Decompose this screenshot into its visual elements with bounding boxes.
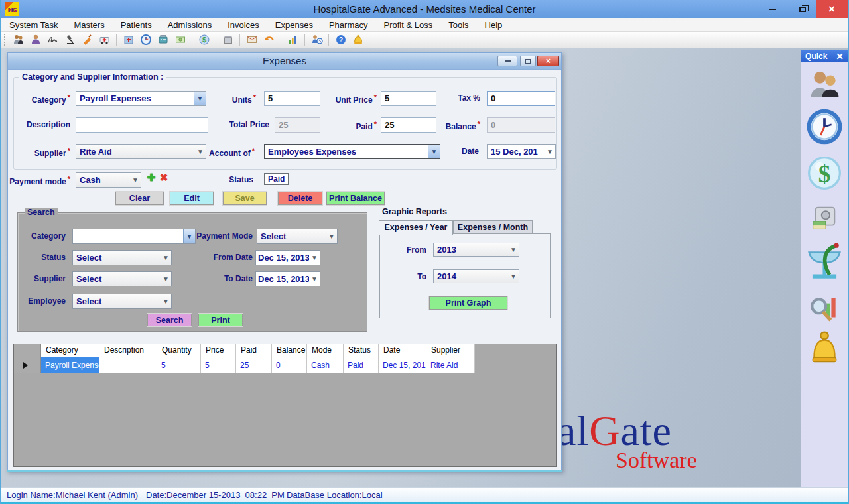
category-label: Category [28, 94, 70, 105]
graphic-reports-title: Graphic Reports [382, 207, 447, 216]
undo-icon[interactable] [262, 33, 276, 47]
graph-from-combobox[interactable]: 2013▼ [433, 243, 519, 257]
grid-data-row[interactable]: Payroll Expenses 5 5 25 0 Cash Paid Dec … [14, 357, 556, 373]
payment-mode-combobox[interactable]: Cash▼ [76, 172, 141, 188]
bell-icon[interactable] [351, 33, 365, 47]
dialog-title: Expenses [8, 53, 561, 69]
search-panel-title: Search [25, 208, 58, 217]
clear-button[interactable]: Clear [115, 192, 164, 205]
account-of-combobox[interactable]: Employees Expenses▼ [264, 144, 440, 159]
menu-patients[interactable]: Patients [121, 20, 152, 30]
close-button[interactable]: × [816, 0, 848, 18]
chart-icon[interactable] [286, 33, 300, 47]
microscope-icon[interactable] [63, 33, 77, 47]
restore-button[interactable] [791, 0, 815, 18]
chevron-down-icon: ▼ [508, 273, 519, 280]
delete-payment-mode-icon[interactable]: ✖ [159, 172, 169, 183]
expenses-dialog: Expenses × Category and Supplier Informa… [7, 52, 562, 472]
grid-header-row: Category Description Quantity Price Paid… [14, 344, 556, 357]
chevron-down-icon: ▼ [309, 275, 320, 283]
employee-icon[interactable] [29, 33, 42, 47]
expenses-grid: Category Description Quantity Price Paid… [13, 344, 557, 467]
add-payment-mode-icon[interactable]: ✚ [146, 172, 157, 183]
tax-input[interactable] [487, 91, 555, 106]
search-from-date-combobox[interactable]: Dec 15, 2013▼ [255, 250, 320, 265]
dialog-minimize-button[interactable] [497, 56, 517, 66]
patients-icon[interactable] [807, 67, 842, 105]
account-of-label: Account of [206, 147, 255, 158]
status-date: Date:December 15-2013 08:22 PM [146, 490, 285, 500]
units-input[interactable] [264, 91, 320, 106]
search-payment-mode-label: Payment Mode [188, 231, 253, 241]
print-balance-button[interactable]: Print Balance [326, 192, 385, 205]
unit-price-label: Unit Price [328, 94, 377, 105]
payment-icon[interactable] [173, 33, 187, 47]
safe-icon[interactable] [809, 204, 840, 237]
date-combobox[interactable]: 15 Dec, 201▼ [487, 144, 556, 159]
search-category-combobox[interactable]: ▼ [72, 229, 196, 244]
unit-price-input[interactable] [381, 91, 436, 106]
background-watermark: alGate Software [557, 407, 697, 473]
search-button[interactable]: Search [147, 314, 192, 326]
row-selector-cell[interactable] [14, 357, 41, 373]
hospital-icon[interactable] [121, 33, 135, 47]
dollar-icon[interactable]: $ [197, 33, 211, 47]
menu-help[interactable]: Help [485, 20, 503, 30]
injection-icon[interactable] [80, 33, 94, 47]
chevron-down-icon: ▼ [508, 246, 519, 253]
chevron-down-icon: ▼ [194, 92, 206, 105]
clock-icon[interactable] [139, 33, 153, 47]
medicine-box-icon[interactable] [221, 33, 235, 47]
delete-button[interactable]: Delete [278, 192, 322, 205]
quick-close-icon[interactable]: ✕ [836, 51, 844, 62]
search-print-button[interactable]: Print [198, 314, 243, 326]
print-graph-button[interactable]: Print Graph [429, 296, 507, 310]
description-input[interactable] [76, 117, 208, 133]
menu-admissions[interactable]: Admissions [168, 20, 212, 30]
billing-dollar-icon[interactable]: $ [806, 155, 843, 194]
search-supplier-combobox[interactable]: Select▼ [72, 271, 172, 286]
schedule-icon[interactable] [310, 33, 324, 47]
search-status-combobox[interactable]: Select▼ [72, 250, 172, 265]
search-employee-combobox[interactable]: Select▼ [72, 294, 172, 309]
mail-icon[interactable] [245, 33, 259, 47]
minimize-button[interactable] [761, 0, 783, 18]
menu-system-task[interactable]: System Task [9, 20, 58, 30]
pharmacy-icon[interactable] [804, 238, 845, 290]
graph-from-label: From [392, 245, 426, 255]
category-combobox[interactable]: Payroll Expenses▼ [76, 91, 206, 106]
reports-icon[interactable] [808, 292, 841, 328]
patients-icon[interactable] [11, 33, 25, 47]
edit-button[interactable]: Edit [170, 192, 214, 205]
supplier-combobox[interactable]: Rite Aid▼ [76, 144, 206, 159]
help-icon[interactable]: ? [334, 33, 348, 47]
menu-tools[interactable]: Tools [448, 20, 468, 30]
paid-input[interactable] [381, 117, 436, 133]
search-from-date-label: From Date [192, 253, 253, 262]
ambulance-icon[interactable] [98, 33, 111, 47]
search-payment-mode-combobox[interactable]: Select▼ [257, 229, 338, 244]
tab-expenses-year[interactable]: Expenses / Year [379, 220, 453, 235]
search-employee-label: Employee [22, 296, 66, 306]
graphic-reports-panel: From 2013▼ To 2014▼ Print Graph [379, 233, 551, 318]
menu-invoices[interactable]: Invoices [228, 20, 259, 30]
search-to-date-combobox[interactable]: Dec 15, 2013▼ [255, 271, 320, 286]
dialog-maximize-button[interactable] [520, 56, 536, 66]
menu-masters[interactable]: Masters [74, 20, 104, 30]
dialog-close-button[interactable]: × [537, 56, 559, 66]
graph-to-combobox[interactable]: 2014▼ [433, 269, 519, 283]
menu-pharmacy[interactable]: Pharmacy [329, 20, 368, 30]
chevron-down-icon: ▼ [161, 298, 171, 305]
fax-icon[interactable] [156, 33, 170, 47]
quick-panel-title: Quick [805, 52, 827, 61]
signature-icon[interactable] [46, 33, 60, 47]
tab-expenses-month[interactable]: Expenses / Month [453, 220, 533, 234]
chevron-down-icon: ▼ [195, 148, 206, 155]
chevron-down-icon: ▼ [130, 176, 141, 184]
menu-profit-loss[interactable]: Profit & Loss [383, 20, 432, 30]
clock-icon[interactable] [806, 108, 843, 148]
chevron-down-icon: ▼ [545, 148, 555, 155]
save-button[interactable]: Save [223, 192, 267, 205]
menu-expenses[interactable]: Expenses [275, 20, 313, 30]
bell-icon[interactable] [807, 330, 842, 371]
